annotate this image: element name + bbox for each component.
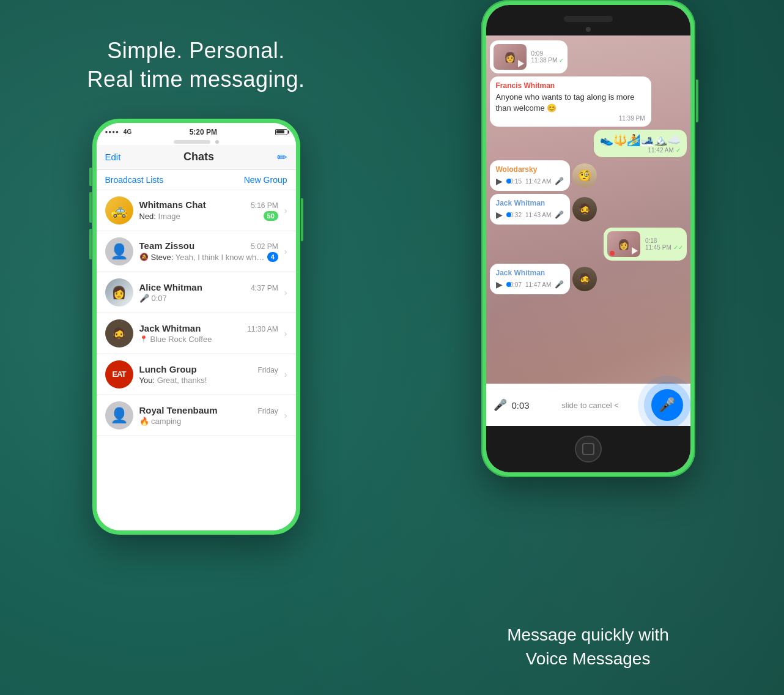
recording-slide-text: slide to cancel < <box>534 401 646 410</box>
msg-text-francis: Anyone who wants to tag along is more th… <box>496 92 645 114</box>
edit-button[interactable]: Edit <box>105 152 121 162</box>
home-button-inner <box>582 443 594 455</box>
chat-content-zissou: Team Zissou 5:02 PM 🔕 Steve: Yeah, I thi… <box>139 240 278 262</box>
chat-name-jack: Jack Whitman <box>139 323 201 333</box>
left-panel: Simple. Personal. Real time messaging. ●… <box>0 0 392 695</box>
bottom-tagline: Message quickly with Voice Messages <box>392 623 784 671</box>
msg-emoji: 👟🔱🏄🎿🏔️☁️ 11:42 AM ✓ <box>594 130 687 157</box>
chat-preview-royal: 🔥 camping <box>139 417 278 426</box>
app-layout: Simple. Personal. Real time messaging. ●… <box>0 0 784 695</box>
chat-time-jack: 11:30 AM <box>247 325 278 333</box>
chat-item-alice[interactable]: 👩 Alice Whitman 4:37 PM 🎤 0:07 <box>97 272 296 313</box>
network-type: 4G <box>124 128 131 135</box>
duration-wolodarsky: 0:15 <box>510 178 522 185</box>
msg-jack-voice1: Jack Whitman ▶ 0:32 11:43 AM 🎤 <box>490 194 597 225</box>
iphone-left: ●●●● 4G 5:20 PM <box>92 119 300 535</box>
chat-time-whitmans: 5:16 PM <box>251 201 278 210</box>
mic-jack1: 🎤 <box>555 210 564 219</box>
chevron-royal: › <box>284 411 287 420</box>
chat-preview-alice: 0:07 <box>152 294 278 303</box>
chat-item-jack[interactable]: 🧔 Jack Whitman 11:30 AM 📍 Blue Rock Coff… <box>97 313 296 354</box>
avatar-wolodarsky: 🧐 <box>572 163 597 188</box>
chevron-alice: › <box>284 288 287 297</box>
new-group-button[interactable]: New Group <box>244 175 287 185</box>
chat-item-royal[interactable]: 👤 Royal Tenenbaum Friday 🔥 camping › <box>97 395 296 436</box>
msg-video-top: 👩 0:09 11:38 PM ✓ <box>490 40 568 73</box>
duration-jack1: 0:32 <box>510 212 522 218</box>
chats-title: Chats <box>183 151 214 163</box>
record-button-icon: 🎤 <box>659 397 675 413</box>
chevron-zissou: › <box>284 247 287 256</box>
chat-preview-jack: Blue Rock Coffee <box>150 335 278 344</box>
avatar-jack: 🧔 <box>105 319 133 348</box>
chat-name-whitmans: Whitmans Chat <box>139 199 206 210</box>
signal-dots: ●●●● <box>105 129 119 135</box>
msg-time-emoji: 11:42 AM ✓ <box>600 147 681 154</box>
msg-sender-francis: Francis Whitman <box>496 81 645 90</box>
chevron-jack: › <box>284 329 287 338</box>
time-wolodarsky: 11:42 AM <box>525 178 551 185</box>
time-jack2: 11:47 AM <box>525 281 551 288</box>
avatar-jack2: 🧔 <box>572 267 597 291</box>
location-icon-jack: 📍 <box>139 335 148 343</box>
chat-name-alice: Alice Whitman <box>139 282 202 292</box>
chat-area: 👩 0:09 11:38 PM ✓ <box>486 35 690 426</box>
tagline: Simple. Personal. Real time messaging. <box>87 37 305 94</box>
top-chrome <box>486 5 690 35</box>
mic-wolodarsky: 🎤 <box>555 177 564 185</box>
badge-whitmans: 50 <box>264 211 278 221</box>
nav-bar: Edit Chats ✏ <box>97 145 296 170</box>
avatar-royal: 👤 <box>105 401 133 429</box>
broadcast-bar: Broadcast Lists New Group <box>97 170 296 190</box>
home-button[interactable] <box>575 436 602 463</box>
iphone-screen-right: 👩 0:09 11:38 PM ✓ <box>486 5 690 472</box>
iphone-right: 👩 0:09 11:38 PM ✓ <box>481 0 695 477</box>
mic-jack2: 🎤 <box>555 280 564 289</box>
msg-sender-wolodarsky: Wolodarsky <box>496 165 564 174</box>
msg-francis: Francis Whitman Anyone who wants to tag … <box>490 76 651 127</box>
chat-list: 🚕 Whitmans Chat 5:16 PM Ned: Image 50 <box>97 190 296 530</box>
chat-content-whitmans: Whitmans Chat 5:16 PM Ned: Image 50 <box>139 199 278 221</box>
recording-mic-icon: 🎤 <box>494 398 507 412</box>
msg-jack-voice2: Jack Whitman ▶ 0:07 11:47 AM 🎤 <box>490 264 597 294</box>
record-button[interactable]: 🎤 <box>651 389 683 421</box>
iphone-screen-left: ●●●● 4G 5:20 PM <box>97 123 296 530</box>
play-icon-jack2[interactable]: ▶ <box>496 280 503 289</box>
chat-name-lunch: Lunch Group <box>139 364 197 374</box>
mic-icon-alice: 🎤 <box>139 294 149 303</box>
speaker-ear <box>564 16 613 22</box>
mute-icon-zissou: 🔕 <box>139 253 149 261</box>
chevron-whitmans: › <box>284 206 287 215</box>
chat-item-zissou[interactable]: 👤 Team Zissou 5:02 PM 🔕 Steve: Yeah, I t… <box>97 231 296 272</box>
chevron-lunch: › <box>284 370 287 379</box>
chat-preview-lunch: You: Great, thanks! <box>139 376 278 385</box>
chat-preview-whitmans: Ned: Image <box>139 212 261 221</box>
chat-name-zissou: Team Zissou <box>139 240 195 251</box>
play-icon-jack1[interactable]: ▶ <box>496 210 503 220</box>
avatar-jack1: 🧔 <box>572 197 597 221</box>
msg-sender-jack1: Jack Whitman <box>496 199 564 207</box>
right-panel: 👩 0:09 11:38 PM ✓ <box>392 0 784 695</box>
chat-time-royal: Friday <box>257 407 278 415</box>
avatar-whitmans: 🚕 <box>105 196 133 225</box>
chat-time-lunch: Friday <box>257 366 278 374</box>
recording-timer: 0:03 <box>512 400 530 411</box>
avatar-alice: 👩 <box>105 278 133 307</box>
chat-time-zissou: 5:02 PM <box>251 242 278 251</box>
chat-item-whitmans[interactable]: 🚕 Whitmans Chat 5:16 PM Ned: Image 50 <box>97 190 296 231</box>
msg-emoji-content: 👟🔱🏄🎿🏔️☁️ <box>600 133 681 147</box>
chat-item-lunch[interactable]: EAT Lunch Group Friday You: Great, thank… <box>97 354 296 395</box>
compose-button[interactable]: ✏ <box>277 150 287 165</box>
chat-preview-zissou: Steve: Yeah, I think I know wha... <box>151 253 265 262</box>
play-icon-wolodarsky[interactable]: ▶ <box>496 176 503 186</box>
msg-sender-jack2: Jack Whitman <box>496 269 564 277</box>
msg-time-francis: 11:39 PM <box>496 115 645 122</box>
msg-wolodarsky-voice: Wolodarsky ▶ 0:15 11:42 AM 🎤 <box>490 160 597 191</box>
duration-jack2: 0:07 <box>510 281 522 288</box>
broadcast-lists-button[interactable]: Broadcast Lists <box>105 175 164 185</box>
avatar-zissou: 👤 <box>105 237 133 266</box>
msg-video-outgoing: 👩 0:18 11:45 PM ✓✓ <box>604 228 687 261</box>
badge-zissou: 4 <box>267 252 278 262</box>
chat-content-royal: Royal Tenenbaum Friday 🔥 camping <box>139 405 278 426</box>
chat-name-royal: Royal Tenenbaum <box>139 405 218 415</box>
